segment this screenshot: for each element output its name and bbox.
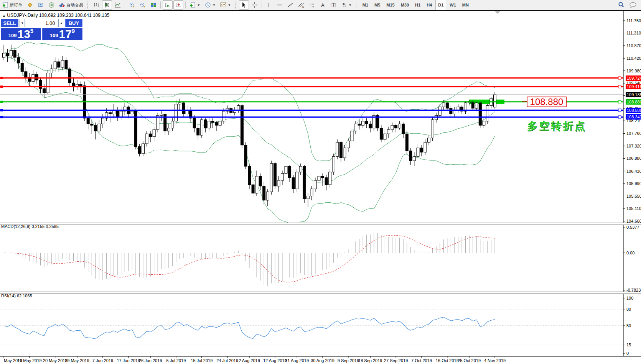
autotrading-button[interactable]: 自动交易 [57,0,85,10]
line-handle[interactable] [618,77,621,79]
indicators-dropdown[interactable]: ▼ [218,0,233,10]
date-axis-tick[interactable]: 4 Nov 2019 [484,358,506,363]
crosshair-button[interactable] [250,0,260,10]
new-chart-dropdown[interactable]: ▼ [188,0,202,10]
bull-candle [329,172,331,185]
line-handle[interactable] [0,101,3,103]
collapse-triangle-icon[interactable]: ▲ [2,14,6,18]
periods-dropdown[interactable]: ▼ [203,0,218,10]
fibonacci-button[interactable]: F [307,0,317,10]
bear-candle [402,124,405,134]
svg-text:A: A [321,2,325,8]
price-annotation-box[interactable]: 108.880 [527,97,567,107]
svg-text:F: F [313,5,314,8]
vertical-line-button[interactable] [264,0,274,10]
date-axis-tick[interactable]: 20 May 2019 [43,358,68,363]
sell-price-box[interactable]: 109 13 5 [1,28,41,40]
profile-button[interactable] [36,0,46,10]
date-axis-tick[interactable]: 7 Jun 2019 [92,358,113,363]
chart-shift-marker[interactable] [495,11,500,14]
bull-candle [167,128,170,131]
date-axis-tick[interactable]: 24 Jul 2019 [216,358,238,363]
trendline-button[interactable] [285,0,295,10]
timeframe-button-d1[interactable]: D1 [435,0,446,10]
turning-point-note[interactable]: 多空转折点 [527,119,587,133]
tile-windows-button[interactable] [148,0,158,10]
price-axis-tick: 106.880 [626,156,641,161]
auto-scroll-button[interactable] [163,0,173,10]
date-axis-tick[interactable]: 9 Sep 2019 [338,358,359,363]
signals-button[interactable] [46,0,56,10]
date-axis-tick[interactable]: 29 May 2019 [65,358,89,363]
date-axis-tick[interactable]: 25 Oct 2019 [458,358,481,363]
volume-input[interactable] [25,19,57,27]
charm-button[interactable] [25,0,35,10]
date-axis-tick[interactable]: 10 May 2019 [17,358,42,363]
date-axis-tick[interactable]: 15 Jul 2019 [191,358,213,363]
date-axis-tick[interactable]: 16 Oct 2019 [436,358,459,363]
line-handle[interactable] [618,85,621,88]
date-axis-tick[interactable]: 7 Oct 2019 [411,358,432,363]
pane-separator[interactable] [0,223,641,225]
date-axis-tick[interactable]: 18 Sep 2019 [358,358,382,363]
date-axis-tick[interactable]: 30 Aug 2019 [311,358,335,363]
timeframe-button-m5[interactable]: M5 [372,0,383,10]
chat-button[interactable] [627,0,639,10]
date-axis-tick[interactable]: 2 Aug 2019 [239,358,260,363]
timeframe-button-h1[interactable]: H1 [412,0,423,10]
line-handle[interactable] [618,100,621,103]
bollinger-middle[interactable] [4,53,495,182]
text-button[interactable]: A [318,0,328,10]
line-handle[interactable] [0,85,3,88]
candlestick-chart-button[interactable] [102,0,112,10]
date-axis-tick[interactable]: 21 Aug 2019 [285,358,309,363]
date-axis-tick[interactable]: 27 Sep 2019 [384,358,408,363]
channel-button[interactable]: E [296,0,306,10]
cursor-button[interactable] [239,0,249,10]
pane-separator[interactable] [0,292,641,294]
volume-decrease-button[interactable]: ▼ [20,19,25,27]
candlestick-series[interactable] [3,45,496,207]
timeframe-button-h4[interactable]: H4 [424,0,435,10]
sell-price-sup: 5 [30,28,33,34]
zoom-in-button[interactable] [127,0,137,10]
date-axis-tick[interactable]: 5 Jul 2019 [166,358,186,363]
volume-increase-button[interactable]: ▲ [58,19,64,27]
macd-axis-tick: 0.00 [626,251,634,255]
bollinger-lower[interactable] [4,53,495,226]
bull-candle [46,73,49,93]
date-axis-tick[interactable]: 17 Jun 2019 [117,358,140,363]
timeframe-button-m30[interactable]: M30 [398,0,412,10]
chart-shift-button[interactable] [173,0,183,10]
timeframe-button-m1[interactable]: M1 [360,0,371,10]
search-button[interactable] [616,0,626,10]
date-axis-tick[interactable]: 12 Aug 2019 [263,358,287,363]
buy-price-box[interactable]: 109 17 9 [42,28,82,40]
new-order-button[interactable]: 新订单 [0,0,24,10]
zoom-out-button[interactable] [138,0,148,10]
bar-chart-button[interactable] [91,0,101,10]
sell-button[interactable]: SELL [1,19,18,27]
bull-candle [428,138,430,142]
bear-candle [339,142,342,158]
line-chart-button[interactable] [113,0,123,10]
shapes-dropdown[interactable]: ▼ [339,0,354,10]
line-handle[interactable] [618,109,621,111]
date-axis-tick[interactable]: 26 Jun 2019 [139,358,162,363]
text-label-button[interactable]: T [328,0,338,10]
line-handle[interactable] [0,77,3,79]
line-handle[interactable] [0,109,3,111]
bear-candle [79,84,82,86]
horizontal-line-button[interactable] [275,0,285,10]
rsi-line[interactable] [4,317,495,339]
line-handle[interactable] [618,116,621,118]
price-level-badge: 108.880 [626,99,641,105]
timeframe-button-w1[interactable]: W1 [447,0,459,10]
buy-button[interactable]: BUY [65,19,82,27]
bear-candle [193,118,196,128]
timeframe-button-mn[interactable]: MN [460,0,471,10]
timeframe-button-m15[interactable]: M15 [384,0,397,10]
line-handle[interactable] [0,116,3,118]
chart-canvas[interactable] [0,11,641,364]
sell-price-prefix: 109 [8,33,17,38]
